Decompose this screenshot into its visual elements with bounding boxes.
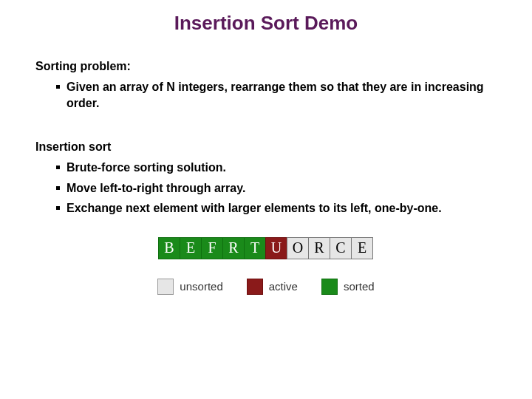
array-cell: T [244,237,266,259]
array-cell: F [201,237,223,259]
legend-label: active [269,280,298,293]
array-cell: U [265,237,287,259]
legend-label: unsorted [180,280,222,293]
list-item: Exchange next element with larger elemen… [56,200,497,216]
array-cell: E [180,237,202,259]
list-item: Brute-force sorting solution. [56,160,497,176]
array-cell: B [158,237,180,259]
legend: unsorted active sorted [35,279,497,295]
array-cell: R [222,237,245,259]
swatch-sorted-icon [321,279,338,295]
legend-unsorted: unsorted [157,279,222,295]
slide-body: Sorting problem: Given an array of N int… [0,41,532,295]
legend-sorted: sorted [321,279,375,295]
insertion-list: Brute-force sorting solution. Move left-… [35,160,497,216]
legend-active: active [247,279,298,295]
array-cell: C [330,237,352,259]
array-cell: E [351,237,373,259]
array-cell: R [308,237,330,259]
array-visualization: BEFRTUORCE [35,237,497,259]
list-item: Given an array of N integers, rearrange … [56,79,497,111]
slide-title: Insertion Sort Demo [0,0,532,41]
section-head-insertion: Insertion sort [35,140,497,154]
problem-list: Given an array of N integers, rearrange … [35,79,497,111]
section-head-problem: Sorting problem: [35,60,497,73]
swatch-unsorted-icon [157,279,174,295]
list-item: Move left-to-right through array. [56,180,497,197]
swatch-active-icon [247,279,263,295]
array-cell: O [287,237,309,259]
legend-label: sorted [344,280,375,293]
